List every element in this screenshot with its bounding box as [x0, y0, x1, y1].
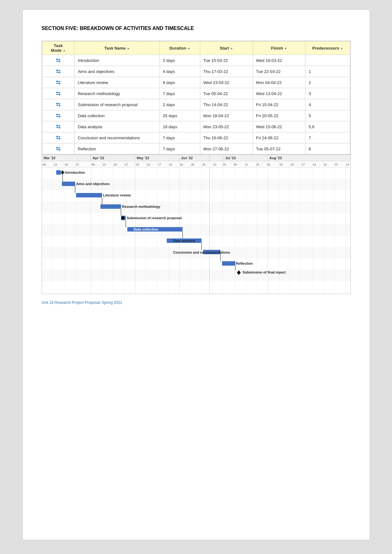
table-row: ⇆Submission of research proposal2 daysTh…	[42, 99, 350, 110]
task-name-cell: Introduction	[75, 55, 160, 66]
task-predecessors-cell: 5,6	[305, 121, 350, 132]
day-31-1: 31	[324, 163, 327, 166]
th-duration[interactable]: Duration ▼	[160, 41, 200, 55]
svg-rect-15	[42, 270, 350, 281]
task-duration-cell: 7 days	[160, 143, 200, 154]
day-13-2: 13	[103, 163, 106, 166]
day-01-1: 01	[180, 163, 183, 166]
task-predecessors-cell: 7	[305, 132, 350, 143]
day-13-1: 13	[54, 163, 57, 166]
task-mode-cell: ⇆	[42, 77, 75, 88]
th-predecessors[interactable]: Predecessors ▼	[305, 41, 350, 55]
footer: Unit 18 Research Project Proposal–Spring…	[42, 300, 351, 305]
th-finish-label: Finish	[271, 46, 283, 51]
task-start-cell: Thu 17-03-22	[200, 66, 253, 77]
day-22-1: 22	[213, 163, 216, 166]
day-20-1: 20	[65, 163, 68, 166]
task-mode-icon: ⇆	[56, 146, 61, 152]
day-10-2: 10	[291, 163, 294, 166]
task-mode-cell: ⇆	[42, 143, 75, 154]
task-predecessors-cell	[305, 55, 350, 66]
day-03-2: 03	[280, 163, 283, 166]
th-start[interactable]: Start ▼	[200, 41, 253, 55]
day-05-1: 05	[234, 163, 237, 166]
day-27-2: 27	[125, 163, 128, 166]
day-29-1: 29	[223, 163, 226, 166]
month-label-jul: Jul '22	[225, 156, 236, 160]
table-row: ⇆Research methodology7 daysTue 05-04-22W…	[42, 88, 350, 99]
task-mode-icon: ⇆	[56, 57, 61, 63]
table-row: ⇆Data analysis18 daysMon 23-05-22Wed 15-…	[42, 121, 350, 132]
task-name-cell: Literature review	[75, 77, 160, 88]
task-start-cell: Mon 27-06-22	[200, 143, 253, 154]
task-mode-cell: ⇆	[42, 66, 75, 77]
task-name-cell: Submission of research proposal	[75, 99, 160, 110]
day-12-1: 12	[245, 163, 248, 166]
task-start-cell: Mon 23-05-22	[200, 121, 253, 132]
th-task-mode[interactable]: TaskMode ▼	[42, 41, 75, 55]
day-17-1: 17	[158, 163, 161, 166]
table-header-row: TaskMode ▼ Task Name ▼ Duration ▼ Start …	[42, 41, 350, 55]
task-start-cell: Mon 18-04-22	[200, 110, 253, 121]
day-26-1: 26	[267, 163, 270, 166]
gantt-svg-container: Mar '22 Apr '22 May '22 Jun '22 Jul '22 …	[42, 155, 350, 294]
task-mode-cell: ⇆	[42, 132, 75, 143]
task-mode-icon: ⇆	[56, 135, 61, 141]
bar-research-method	[100, 204, 121, 209]
task-duration-cell: 18 days	[160, 121, 200, 132]
gantt-svg: Mar '22 Apr '22 May '22 Jun '22 Jul '22 …	[42, 155, 350, 294]
page: SECTION FIVE: BREAKDOWN OF ACTIVITIES AN…	[22, 9, 370, 540]
task-duration-cell: 9 days	[160, 77, 200, 88]
task-predecessors-cell: 8	[305, 143, 350, 154]
th-duration-label: Duration	[169, 46, 186, 51]
day-07-1: 07	[335, 163, 338, 166]
task-finish-cell: Tue 05-07-22	[253, 143, 305, 154]
th-finish-arrow: ▼	[284, 47, 287, 50]
day-06-2: 06	[92, 163, 95, 166]
task-mode-icon: ⇆	[56, 68, 61, 75]
day-27-1: 27	[76, 163, 79, 166]
svg-rect-14	[42, 258, 350, 270]
task-start-cell: Tue 05-04-22	[200, 88, 253, 99]
month-label-aug: Aug '22	[269, 156, 282, 160]
bar-label-aims: Aims and objectives	[76, 182, 110, 186]
month-label-may: May '22	[137, 156, 149, 160]
task-duration-cell: 25 days	[160, 110, 200, 121]
table-row: ⇆Literature review9 daysWed 23-03-22Mon …	[42, 77, 350, 88]
svg-rect-10	[42, 213, 350, 224]
task-predecessors-cell: 3	[305, 88, 350, 99]
svg-rect-6	[42, 167, 350, 179]
month-label-apr: Apr '22	[93, 156, 104, 160]
bar-introduction	[56, 170, 61, 175]
th-predecessors-label: Predecessors	[312, 46, 339, 51]
task-name-cell: Conclusion and recommendations	[75, 132, 160, 143]
task-mode-cell: ⇆	[42, 55, 75, 66]
task-start-cell: Wed 23-03-22	[200, 77, 253, 88]
day-24-2: 24	[313, 163, 316, 166]
th-task-name[interactable]: Task Name ▼	[75, 41, 160, 55]
month-label-jun: Jun '22	[181, 156, 193, 160]
bar-label-final-report: Submission of final report	[243, 270, 286, 274]
day-10-1: 10	[147, 163, 150, 166]
bar-label-submission: Submission of research proposal	[127, 216, 182, 220]
th-start-arrow: ▼	[230, 47, 233, 50]
th-finish[interactable]: Finish ▼	[253, 41, 305, 55]
task-mode-cell: ⇆	[42, 121, 75, 132]
svg-rect-16	[42, 281, 350, 292]
day-15-1: 15	[202, 163, 205, 166]
bar-label-introduction: Introduction	[65, 171, 85, 174]
day-24-1: 24	[169, 163, 172, 166]
table-row: ⇆Reflection7 daysMon 27-06-22Tue 05-07-2…	[42, 143, 350, 154]
task-predecessors-cell: 5	[305, 110, 350, 121]
task-mode-cell: ⇆	[42, 88, 75, 99]
gantt-table: TaskMode ▼ Task Name ▼ Duration ▼ Start …	[42, 41, 350, 154]
day-20-2: 20	[114, 163, 117, 166]
task-name-cell: Data analysis	[75, 121, 160, 132]
th-task-mode-arrow: ▼	[63, 49, 66, 52]
day-19-1: 19	[256, 163, 259, 166]
bar-label-data-analysis: Data analysis	[173, 239, 195, 243]
gantt-table-container: TaskMode ▼ Task Name ▼ Duration ▼ Start …	[42, 41, 351, 155]
task-duration-cell: 7 days	[160, 132, 200, 143]
bar-lit-review	[76, 193, 102, 197]
task-start-cell: Thu 16-06-22	[200, 132, 253, 143]
